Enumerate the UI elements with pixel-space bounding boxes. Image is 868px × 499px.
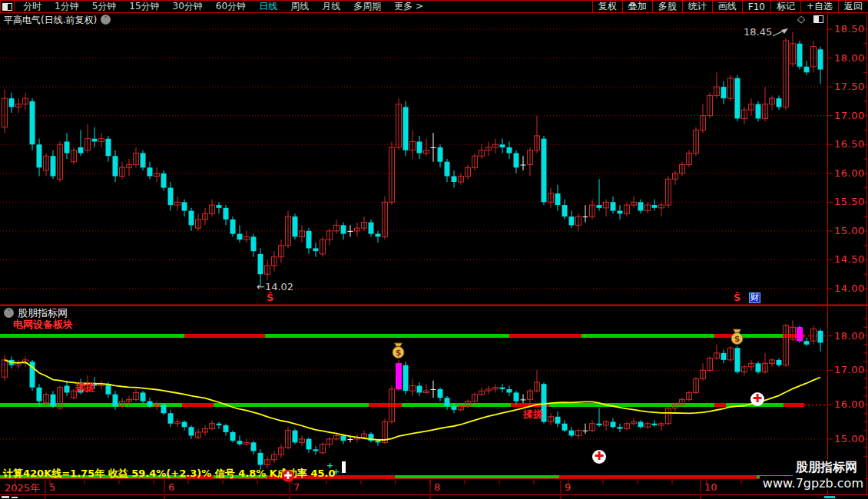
sub-price-tick: 17.00 bbox=[834, 364, 868, 375]
pattern-label-roucuo: 揉搓 bbox=[523, 408, 543, 421]
clipped-text-sliver bbox=[2, 496, 9, 498]
high-price-annotation: 18.45 bbox=[744, 26, 772, 38]
svg-text:$: $ bbox=[734, 334, 740, 344]
prohibit-cross-icon: ✚ bbox=[282, 470, 294, 482]
period-tab-1分钟[interactable]: 1分钟 bbox=[55, 0, 79, 13]
svg-text:$: $ bbox=[396, 348, 402, 358]
main-price-tick: 15.50 bbox=[834, 196, 868, 207]
diamond-marker-icon[interactable]: ◇ bbox=[797, 13, 805, 25]
main-price-tick: 17.00 bbox=[834, 110, 868, 121]
period-tab-5分钟[interactable]: 5分钟 bbox=[92, 0, 117, 13]
period-tab-多周期[interactable]: 多周期 bbox=[353, 0, 381, 13]
period-tab-15分钟[interactable]: 15分钟 bbox=[129, 0, 159, 13]
toolbar-actions: 复权叠加多股统计画线F10标记+自选返回 bbox=[592, 0, 868, 13]
toolbar-button-多股[interactable]: 多股 bbox=[652, 0, 682, 13]
x-axis-month-label: 7 bbox=[293, 481, 300, 493]
low-price-annotation: ←14.02 bbox=[257, 281, 293, 292]
sub-price-tick: 15.00 bbox=[834, 433, 868, 444]
x-axis-month-label: 9 bbox=[565, 481, 571, 493]
toolbar-button-返回[interactable]: 返回 bbox=[838, 0, 868, 13]
money-bag-icon: $ bbox=[731, 329, 744, 348]
sell-signal-badge: Ŝ bbox=[267, 292, 273, 303]
toolbar-button-叠加[interactable]: 叠加 bbox=[622, 0, 652, 13]
main-price-tick: 16.50 bbox=[834, 138, 868, 150]
sell-signal-badge: Ŝ bbox=[734, 292, 740, 303]
main-price-tick: 17.50 bbox=[834, 81, 868, 92]
medic-cross-icon: ✚ bbox=[750, 392, 764, 406]
white-bar-marker bbox=[342, 461, 346, 473]
collapse-pane-icon[interactable]: ˅ bbox=[4, 308, 14, 318]
period-tab-日线[interactable]: 日线 bbox=[259, 0, 277, 13]
x-axis-month-label: 8 bbox=[434, 481, 440, 493]
medic-cross-icon: ✚ bbox=[592, 450, 606, 464]
sub-price-tick: 18.00 bbox=[834, 330, 868, 342]
window-split-icon bbox=[813, 15, 823, 23]
main-price-tick: 14.00 bbox=[834, 283, 868, 294]
chevron-down-icon[interactable]: ˅ bbox=[101, 15, 111, 25]
top-toolbar: 分时1分钟5分钟15分钟30分钟60分钟日线周线月线多周期更多 > 复权叠加多股… bbox=[0, 0, 868, 13]
sub-price-tick: 16.00 bbox=[834, 398, 868, 410]
period-tab-30分钟[interactable]: 30分钟 bbox=[173, 0, 203, 13]
toolbar-button-+自选[interactable]: +自选 bbox=[800, 0, 838, 13]
trading-app-window: 分时1分钟5分钟15分钟30分钟60分钟日线周线月线多周期更多 > 复权叠加多股… bbox=[0, 0, 868, 499]
window-split-icon bbox=[2, 3, 12, 11]
sector-label: 电网设备板块 bbox=[13, 318, 73, 332]
x-axis-month-label: 6 bbox=[168, 481, 174, 493]
clipped-text-sliver bbox=[12, 497, 18, 498]
period-tab-月线[interactable]: 月线 bbox=[322, 0, 340, 13]
toolbar-button-标记[interactable]: 标记 bbox=[770, 0, 800, 13]
main-price-tick: 16.00 bbox=[834, 167, 868, 179]
period-tab-周线[interactable]: 周线 bbox=[290, 0, 309, 13]
toolbar-button-画线[interactable]: 画线 bbox=[712, 0, 742, 13]
x-axis-month-label: 10 bbox=[704, 481, 717, 493]
period-tab-更多 >[interactable]: 更多 > bbox=[394, 0, 423, 13]
main-price-tick: 14.50 bbox=[834, 253, 868, 265]
pane-split-icon[interactable] bbox=[813, 15, 823, 23]
x-axis-month-label: 5 bbox=[49, 481, 55, 493]
title-row: 平高电气(日线.前复权) ˅ ◇ bbox=[0, 13, 868, 26]
cai-finance-badge[interactable]: 财 bbox=[749, 292, 760, 303]
toolbar-button-F10[interactable]: F10 bbox=[742, 0, 770, 13]
chart-canvas[interactable] bbox=[0, 0, 868, 499]
layout-toggle-button[interactable] bbox=[0, 0, 15, 13]
toolbar-button-统计[interactable]: 统计 bbox=[682, 0, 712, 13]
chart-title: 平高电气(日线.前复权) bbox=[4, 14, 97, 27]
money-bag-icon: $ bbox=[392, 342, 405, 362]
pattern-label-roucuo: 揉搓 bbox=[75, 381, 95, 395]
x-axis-year-label: 2025年 bbox=[5, 481, 40, 495]
main-price-tick: 15.00 bbox=[834, 225, 868, 236]
watermark-site-name: 股朋指标网 bbox=[793, 460, 860, 476]
main-price-tick: 18.00 bbox=[834, 52, 868, 64]
period-tabs: 分时1分钟5分钟15分钟30分钟60分钟日线周线月线多周期更多 > bbox=[15, 0, 423, 13]
clipped-indicator-sliver bbox=[824, 496, 835, 498]
toolbar-button-复权[interactable]: 复权 bbox=[592, 0, 622, 13]
watermark-site-url: www.7gpzb.com bbox=[760, 476, 866, 491]
period-tab-分时[interactable]: 分时 bbox=[23, 0, 41, 13]
period-tab-60分钟[interactable]: 60分钟 bbox=[216, 0, 246, 13]
